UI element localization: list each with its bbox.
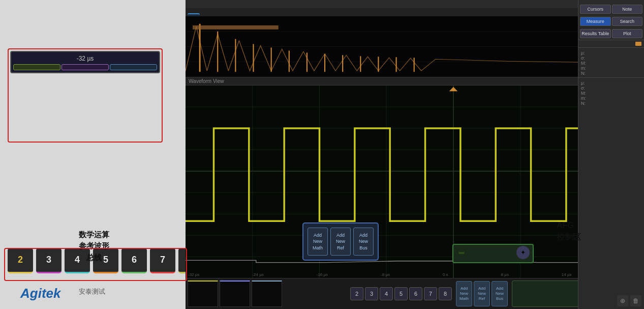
meas2-M-row: M: bbox=[581, 91, 641, 96]
afg-info-box[interactable] bbox=[512, 280, 583, 307]
rp-btn-row-2: Measure Search bbox=[578, 15, 644, 27]
time-neg32: -32 µs bbox=[188, 272, 199, 277]
num-btn-6[interactable]: 6 bbox=[409, 287, 422, 300]
dvm-indicator bbox=[635, 42, 641, 46]
svg-rect-18 bbox=[186, 86, 644, 278]
num-btn-5[interactable]: 5 bbox=[394, 287, 408, 300]
note-button[interactable]: Note bbox=[612, 5, 643, 14]
num-btn-7[interactable]: 7 bbox=[424, 287, 437, 300]
bottom-panel: 2 3 4 5 6 7 8 AddNewMath AddNewRef AddNe… bbox=[186, 278, 644, 309]
ref1-info[interactable] bbox=[252, 280, 282, 307]
afg-callout-title bbox=[458, 252, 465, 254]
math1-info[interactable] bbox=[220, 280, 250, 307]
oscilloscope-main: ✕ bbox=[186, 0, 644, 309]
menu-bar: ✕ bbox=[186, 0, 644, 8]
afg-pattern-icon: ✦ bbox=[516, 246, 530, 259]
math1-cell[interactable] bbox=[62, 64, 109, 70]
afg-callout-box[interactable]: ✦ bbox=[452, 244, 534, 263]
time-neg16: -16 µs bbox=[317, 272, 328, 277]
right-panel: Cursors Note Measure Search Results Tabl… bbox=[578, 0, 644, 309]
meas2-N-row: N: bbox=[581, 101, 641, 106]
meas1-mu-row: μ: bbox=[581, 50, 641, 55]
main-waveform-svg bbox=[186, 86, 644, 278]
dvm-section bbox=[578, 40, 644, 47]
waveform-view-label: Waveform View bbox=[186, 77, 644, 86]
num-btn-8[interactable]: 8 bbox=[439, 287, 452, 300]
ch3-button[interactable]: 3 bbox=[36, 248, 62, 273]
fft-waveform-svg bbox=[186, 16, 644, 77]
channel-display-header: -32 µs bbox=[13, 54, 157, 64]
scope-content: ✕ bbox=[186, 0, 644, 309]
meas1-m-row: m: bbox=[581, 66, 641, 71]
rp-bottom-icons: ⊕ 🗑 bbox=[617, 295, 641, 306]
ref1-cell[interactable] bbox=[110, 64, 157, 70]
add-buttons-callout: AddNewMath AddNewRef AddNewBus bbox=[302, 222, 379, 261]
num-btn-2[interactable]: 2 bbox=[350, 287, 363, 300]
ch1-info[interactable] bbox=[188, 280, 218, 307]
add-new-bus-callout[interactable]: AddNewBus bbox=[353, 228, 374, 256]
ch6-button[interactable]: 6 bbox=[121, 248, 147, 273]
results-table-button[interactable]: Results Table bbox=[580, 29, 611, 38]
channel-display-row bbox=[13, 64, 157, 70]
time-neg24: -24 µs bbox=[252, 272, 263, 277]
measure-button[interactable]: Measure bbox=[580, 17, 611, 26]
add-new-math-callout[interactable]: AddNewMath bbox=[308, 228, 328, 256]
time-neg8: -8 µs bbox=[381, 272, 390, 277]
meas1-N-row: N: bbox=[581, 71, 641, 76]
num-buttons-row: 2 3 4 5 6 7 8 bbox=[348, 278, 454, 309]
add-new-math-btn[interactable]: AddNewMath bbox=[456, 281, 472, 306]
add-buttons-group: AddNewMath AddNewRef AddNewBus bbox=[454, 278, 510, 309]
cursors-button[interactable]: Cursors bbox=[580, 5, 611, 14]
meas2-mu-row: μ: bbox=[581, 80, 641, 86]
plot-button[interactable]: Plot bbox=[612, 29, 643, 38]
ch2-button[interactable]: 2 bbox=[8, 248, 33, 273]
agitek-logo: Agitek bbox=[20, 286, 60, 301]
time-14: 14 µs bbox=[562, 272, 572, 277]
ch7-button[interactable]: 7 bbox=[150, 248, 175, 273]
add-new-ref-callout[interactable]: AddNewRef bbox=[330, 228, 351, 256]
rp-btn-row-1: Cursors Note bbox=[578, 3, 644, 15]
channel-display-box: -32 µs bbox=[10, 51, 160, 73]
ch1-cell[interactable] bbox=[13, 64, 60, 70]
math-ops-annotation: 数学运算参考波形总线 bbox=[79, 229, 109, 264]
main-waveform: 400 mV 300 mV 200 mV 100 mV 0 V -100 mV … bbox=[186, 86, 644, 278]
delete-icon[interactable]: 🗑 bbox=[630, 295, 641, 306]
fft-panel: -20 dBm -40 dBm -60 dBm -80 dBm bbox=[186, 16, 644, 77]
meas2-sigma-row: σ: bbox=[581, 86, 641, 91]
rp-btn-row-3: Results Table Plot bbox=[578, 27, 644, 40]
meas1-section: μ: σ: M: m: N: bbox=[578, 47, 644, 77]
time-0: 0 s bbox=[443, 272, 448, 277]
meas1-M-row: M: bbox=[581, 61, 641, 66]
meas2-section: μ: σ: M: m: N: bbox=[578, 77, 644, 107]
add-new-ref-btn[interactable]: AddNewRef bbox=[474, 281, 490, 306]
num-btn-3[interactable]: 3 bbox=[365, 287, 378, 300]
meas2-m-row: m: bbox=[581, 96, 641, 101]
tab-bar bbox=[186, 8, 644, 16]
time-scale: -32 µs -24 µs -16 µs -8 µs 0 s 8 µs 14 µ… bbox=[186, 272, 644, 277]
zoom-icon[interactable]: ⊕ bbox=[617, 295, 628, 306]
svg-rect-17 bbox=[193, 25, 279, 30]
num-btn-4[interactable]: 4 bbox=[380, 287, 393, 300]
add-new-bus-btn[interactable]: AddNewBus bbox=[492, 281, 508, 306]
antai-test-label: 安泰测试 bbox=[79, 287, 105, 296]
left-annotation-area: -32 µs bbox=[0, 0, 186, 309]
time-8: 8 µs bbox=[501, 272, 509, 277]
search-button[interactable]: Search bbox=[612, 17, 643, 26]
ch-info-strip bbox=[186, 278, 348, 309]
afg-control-label: AFG控制区 bbox=[557, 220, 581, 243]
meas1-sigma-row: σ: bbox=[581, 55, 641, 61]
